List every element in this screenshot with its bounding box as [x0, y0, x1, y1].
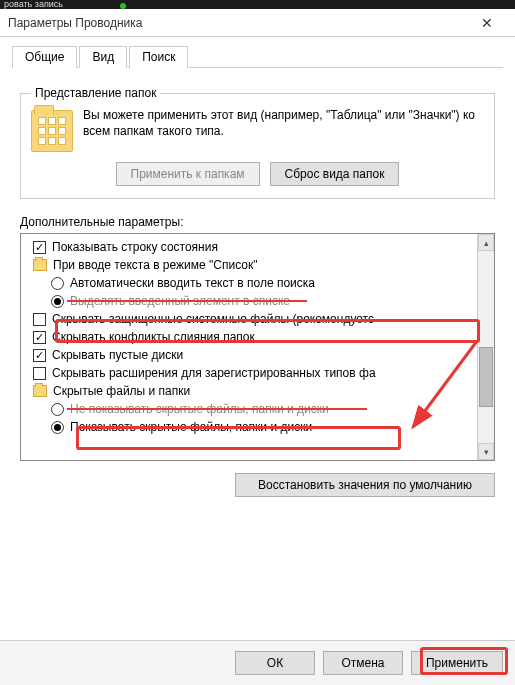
tab-view[interactable]: Вид	[79, 46, 127, 68]
tabs: Общие Вид Поиск	[12, 45, 503, 68]
folder-icon	[33, 259, 47, 271]
tree-item-label: Скрывать пустые диски	[52, 346, 183, 364]
folder-big-icon	[31, 110, 73, 152]
radio-icon[interactable]	[51, 295, 64, 308]
tree-item-label: Показывать скрытые файлы, папки и диски	[70, 418, 312, 436]
advanced-tree: Показывать строку состоянияПри вводе тек…	[20, 233, 495, 461]
tree-row-2[interactable]: Автоматически вводить текст в поле поиск…	[27, 274, 475, 292]
tab-search[interactable]: Поиск	[129, 46, 188, 68]
window-title: Параметры Проводника	[8, 16, 467, 30]
scroll-thumb[interactable]	[479, 347, 493, 407]
tree-row-8: Скрытые файлы и папки	[27, 382, 475, 400]
tree-row-10[interactable]: Показывать скрытые файлы, папки и диски	[27, 418, 475, 436]
tree-item-label: Скрытые файлы и папки	[53, 382, 190, 400]
radio-icon[interactable]	[51, 421, 64, 434]
tree-row-9[interactable]: Не показывать скрытые файлы, папки и дис…	[27, 400, 475, 418]
scroll-down-icon[interactable]: ▾	[478, 443, 494, 460]
tree-item-label: Выделять введенный элемент в списке	[70, 292, 290, 310]
tree-row-3[interactable]: Выделять введенный элемент в списке	[27, 292, 475, 310]
tree-row-1: При вводе текста в режиме "Список"	[27, 256, 475, 274]
close-icon[interactable]: ✕	[467, 9, 507, 37]
folder-view-desc: Вы можете применить этот вид (например, …	[83, 108, 484, 139]
scrollbar[interactable]: ▴ ▾	[477, 234, 494, 460]
apply-button[interactable]: Применить	[411, 651, 503, 675]
tree-row-6[interactable]: Скрывать пустые диски	[27, 346, 475, 364]
tree-item-label: Не показывать скрытые файлы, папки и дис…	[70, 400, 329, 418]
tree-row-7[interactable]: Скрывать расширения для зарегистрированн…	[27, 364, 475, 382]
checkbox-icon[interactable]	[33, 349, 46, 362]
tree-item-label: Скрывать конфликты слияния папок	[52, 328, 255, 346]
radio-icon[interactable]	[51, 403, 64, 416]
folder-view-legend: Представление папок	[31, 86, 160, 100]
reset-folders-button[interactable]: Сброс вида папок	[270, 162, 400, 186]
tree-item-label: Показывать строку состояния	[52, 238, 218, 256]
tree-item-label: При вводе текста в режиме "Список"	[53, 256, 258, 274]
tree-item-label: Скрывать защищенные системные файлы (рек…	[52, 310, 374, 328]
scroll-up-icon[interactable]: ▴	[478, 234, 494, 251]
tree-item-label: Скрывать расширения для зарегистрированн…	[52, 364, 376, 382]
folder-icon	[33, 385, 47, 397]
checkbox-icon[interactable]	[33, 241, 46, 254]
ok-button[interactable]: ОК	[235, 651, 315, 675]
advanced-label: Дополнительные параметры:	[20, 215, 495, 229]
cancel-button[interactable]: Отмена	[323, 651, 403, 675]
tab-general[interactable]: Общие	[12, 46, 77, 68]
checkbox-icon[interactable]	[33, 367, 46, 380]
apply-to-folders-button: Применить к папкам	[116, 162, 260, 186]
title-bar: Параметры Проводника ✕	[0, 9, 515, 37]
tree-row-4[interactable]: Скрывать защищенные системные файлы (рек…	[27, 310, 475, 328]
checkbox-icon[interactable]	[33, 331, 46, 344]
tree-item-label: Автоматически вводить текст в поле поиск…	[70, 274, 315, 292]
checkbox-icon[interactable]	[33, 313, 46, 326]
dialog-buttons: ОК Отмена Применить	[0, 640, 515, 685]
restore-defaults-button[interactable]: Восстановить значения по умолчанию	[235, 473, 495, 497]
tree-row-5[interactable]: Скрывать конфликты слияния папок	[27, 328, 475, 346]
tree-row-0[interactable]: Показывать строку состояния	[27, 238, 475, 256]
radio-icon[interactable]	[51, 277, 64, 290]
folder-view-group: Представление папок Вы можете применить …	[20, 86, 495, 199]
